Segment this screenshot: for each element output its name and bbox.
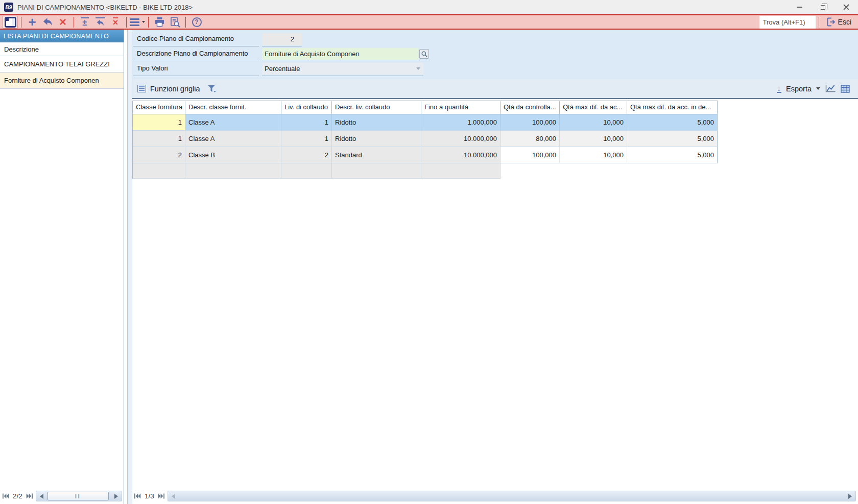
column-header[interactable]: Classe fornitura xyxy=(133,101,185,114)
table-row-selected[interactable]: 1 Classe A 1 Ridotto 1.000,000 100,000 1… xyxy=(133,114,718,131)
close-icon xyxy=(843,4,849,10)
grid-scroll-left-button[interactable] xyxy=(170,492,178,501)
grid-cell[interactable]: Ridotto xyxy=(332,114,421,131)
exit-label: Esci xyxy=(838,18,851,26)
restore-icon xyxy=(821,5,825,10)
column-header[interactable]: Qtà max dif. da acc. in de... xyxy=(627,101,718,114)
toolbar-separator xyxy=(148,17,149,28)
grid-cell[interactable]: Classe B xyxy=(185,147,281,163)
scrollbar-thumb[interactable] xyxy=(47,492,109,500)
grid-cell[interactable]: 1 xyxy=(281,114,332,131)
grid-cell[interactable]: 1.000,000 xyxy=(421,114,500,131)
scroll-left-button[interactable] xyxy=(38,492,46,501)
column-header[interactable]: Liv. di collaudo xyxy=(281,101,332,114)
grid-cell[interactable]: 5,000 xyxy=(627,147,718,163)
sidebar-splitter[interactable] xyxy=(127,30,132,504)
column-header[interactable]: Descr. classe fornit. xyxy=(185,101,281,114)
help-button[interactable]: ? xyxy=(189,16,204,29)
grid-functions-label[interactable]: Funzioni griglia xyxy=(150,85,200,93)
grid-cell[interactable]: 10,000 xyxy=(560,147,627,163)
grid-cell[interactable]: 10,000 xyxy=(560,114,627,131)
app-logo-icon: B9 xyxy=(4,3,13,12)
grid-last-record-button[interactable] xyxy=(157,492,165,501)
scroll-right-button[interactable] xyxy=(112,492,120,501)
grid-cell[interactable]: 100,000 xyxy=(500,114,560,131)
grid-cell-focused[interactable]: 1 xyxy=(133,114,185,131)
chart-icon[interactable] xyxy=(825,84,836,93)
grid-cell[interactable]: Ridotto xyxy=(332,131,421,147)
plus-icon: + xyxy=(28,17,36,27)
grid-scroll-right-button[interactable] xyxy=(846,492,854,501)
save-row-button[interactable]: ± xyxy=(77,16,92,29)
print-button[interactable] xyxy=(152,16,167,29)
grid-cell[interactable]: 1 xyxy=(281,131,332,147)
grid-cell[interactable]: Classe A xyxy=(185,114,281,131)
app-window: B9 PIANI DI CAMPIONAMENTO <BIKELTD - BIK… xyxy=(0,0,858,504)
menu-button[interactable] xyxy=(130,16,145,29)
field-underline xyxy=(262,76,423,76)
table-row[interactable]: 1 Classe A 1 Ridotto 10.000,000 80,000 1… xyxy=(133,131,718,147)
grid-cell[interactable]: 10,000 xyxy=(560,131,627,147)
grid-cell[interactable]: 5,000 xyxy=(627,131,718,147)
grid-cell[interactable]: 1 xyxy=(133,131,185,147)
grid-menu-icon[interactable] xyxy=(137,85,146,92)
delete-record-button[interactable]: × xyxy=(55,16,70,29)
toggle-list-panel-button[interactable] xyxy=(3,16,18,29)
undo-row-icon xyxy=(96,17,105,27)
delete-row-button[interactable]: × xyxy=(108,16,123,29)
table-icon[interactable] xyxy=(841,85,850,93)
first-record-icon xyxy=(2,493,9,499)
grid-cell[interactable]: 10.000,000 xyxy=(421,131,500,147)
export-button[interactable]: Esporta xyxy=(786,85,812,93)
first-record-button[interactable] xyxy=(2,492,10,501)
grid-cell[interactable]: Standard xyxy=(332,147,421,163)
tipo-valori-dropdown[interactable]: Percentuale xyxy=(262,63,423,75)
plus-minus-row-icon: ± xyxy=(81,17,88,27)
download-icon: ↓ xyxy=(777,85,782,93)
minimize-button[interactable] xyxy=(788,0,811,14)
sampling-plans-sidebar: LISTA PIANI DI CAMPIONAMENTO Descrizione… xyxy=(0,30,124,504)
grid-cell-empty xyxy=(421,163,500,179)
grid-record-position: 1/3 xyxy=(144,492,155,500)
column-header[interactable]: Descr. liv. collaudo xyxy=(332,101,421,114)
table-row[interactable]: 2 Classe B 2 Standard 10.000,000 100,000… xyxy=(133,147,718,163)
sidebar-horizontal-scrollbar[interactable] xyxy=(36,491,122,501)
last-record-button[interactable] xyxy=(26,492,34,501)
exit-door-icon xyxy=(825,17,836,27)
column-header[interactable]: Fino a quantità xyxy=(421,101,500,114)
grid-cell[interactable]: 10.000,000 xyxy=(421,147,500,163)
filter-icon[interactable] xyxy=(207,85,216,93)
grid-cell[interactable]: 80,000 xyxy=(500,131,560,147)
descrizione-lookup-button[interactable] xyxy=(419,49,429,59)
undo-row-button[interactable] xyxy=(92,16,108,29)
exit-button[interactable]: Esci xyxy=(822,16,855,29)
grid-horizontal-scrollbar[interactable] xyxy=(168,491,856,501)
list-item[interactable]: CAMPIONAMENTO TELAI GREZZI xyxy=(0,56,124,73)
close-button[interactable] xyxy=(835,0,858,14)
export-dropdown-caret-icon[interactable] xyxy=(816,87,820,90)
maximize-button[interactable] xyxy=(811,0,835,14)
grid-first-record-button[interactable] xyxy=(133,492,141,501)
column-header[interactable]: Qtà da controlla... xyxy=(500,101,560,114)
descrizione-field[interactable]: Forniture di Acquisto Componen xyxy=(262,48,418,60)
undo-button[interactable] xyxy=(40,16,55,29)
codice-field[interactable]: 2 xyxy=(262,33,302,45)
plan-form: Codice Piano di Campionamento 2 Descrizi… xyxy=(132,30,858,79)
grid-cell[interactable]: 2 xyxy=(281,147,332,163)
print-preview-button[interactable] xyxy=(167,16,182,29)
sidebar-column-header[interactable]: Descrizione xyxy=(0,42,124,56)
toolbar-right-group: Trova (Alt+F1) Esci xyxy=(759,16,855,29)
last-record-icon xyxy=(26,493,33,499)
list-item-selected[interactable]: Forniture di Acquisto Componen xyxy=(0,73,124,89)
grid-cell[interactable]: 5,000 xyxy=(627,114,718,131)
thumb-grip-icon xyxy=(75,494,81,498)
add-record-button[interactable]: + xyxy=(25,16,40,29)
find-input[interactable]: Trova (Alt+F1) xyxy=(759,16,816,29)
scroll-left-icon xyxy=(171,494,176,499)
descrizione-label: Descrizione Piano di Campionamento xyxy=(137,46,248,61)
grid-cell[interactable]: 100,000 xyxy=(500,147,560,163)
grid-cell[interactable]: Classe A xyxy=(185,131,281,147)
grid-cell[interactable]: 2 xyxy=(133,147,185,163)
main-panel: Codice Piano di Campionamento 2 Descrizi… xyxy=(132,30,858,504)
column-header[interactable]: Qtà max dif. da ac... xyxy=(560,101,627,114)
